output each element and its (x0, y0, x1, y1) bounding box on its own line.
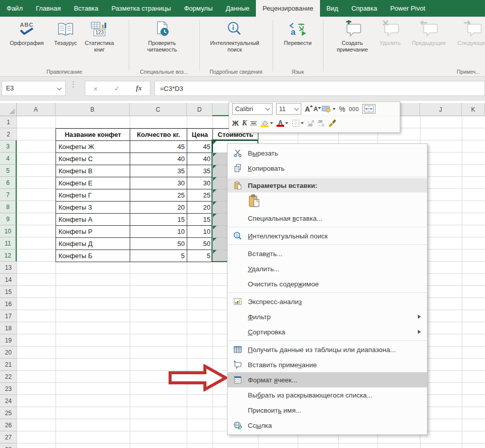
table-cell[interactable]: Конфеты А (56, 214, 130, 226)
table-cell[interactable]: 50 (187, 238, 213, 250)
row-header-27[interactable]: 27 (0, 431, 17, 443)
menu-item-filter[interactable]: Фильтр (228, 309, 427, 324)
table-cell[interactable]: 45 (130, 141, 187, 153)
table-cell[interactable]: Конфеты В (56, 165, 130, 177)
translate-button[interactable]: a Перевести (279, 19, 316, 46)
format-painter-button[interactable] (328, 119, 337, 128)
comma-style-button[interactable]: 000 (349, 106, 359, 112)
table-cell[interactable]: 20 (187, 202, 213, 214)
font-name-select[interactable]: Calibri (232, 103, 273, 115)
row-header-9[interactable]: 9 (0, 213, 17, 225)
table-cell[interactable]: Конфеты З (56, 202, 130, 214)
menu-item-choose-from-list[interactable]: Выбрать из раскрывающегося списка... (228, 387, 427, 403)
table-cell[interactable]: 20 (130, 202, 187, 214)
increase-decimal-button[interactable]: ,00→,0 (317, 120, 324, 127)
insert-function-icon[interactable]: fx (136, 84, 142, 92)
tab-power-pivot[interactable]: Power Pivot (384, 0, 432, 17)
table-cell[interactable]: 45 (187, 141, 213, 153)
row-header-19[interactable]: 19 (0, 334, 17, 346)
row-header-23[interactable]: 23 (0, 383, 17, 395)
row-header-24[interactable]: 24 (0, 395, 17, 407)
font-size-select[interactable]: 11 (276, 103, 301, 115)
menu-item-insert[interactable]: Вставить... (228, 246, 427, 261)
table-cell[interactable]: Конфеты С (56, 153, 130, 165)
row-header-13[interactable]: 13 (0, 262, 17, 274)
row-header-12[interactable]: 12 (0, 250, 17, 262)
row-header-21[interactable]: 21 (0, 359, 17, 371)
table-cell[interactable]: Конфеты Е (56, 177, 130, 189)
column-header-A[interactable]: A (17, 103, 56, 116)
table-cell[interactable]: 15 (187, 214, 213, 226)
menu-item-special-paste[interactable]: Специальная вставка... (228, 211, 427, 226)
table-cell[interactable]: 25 (130, 189, 187, 202)
table-cell[interactable]: Конфеты Г (56, 189, 130, 202)
table-cell[interactable]: 40 (130, 153, 187, 165)
tab-formulas[interactable]: Формулы (178, 0, 220, 17)
row-header-1[interactable]: 1 (0, 116, 17, 128)
row-header-8[interactable]: 8 (0, 201, 17, 213)
column-header-D[interactable]: D (187, 103, 212, 116)
row-header-25[interactable]: 25 (0, 407, 17, 419)
formula-bar-drag-handle[interactable]: ⋮ (70, 82, 77, 86)
name-box-dropdown-icon[interactable] (57, 85, 62, 90)
select-all-corner[interactable] (0, 103, 17, 116)
menu-item-paste-options[interactable]: Параметры вставки: (228, 178, 427, 192)
table-cell[interactable]: 40 (187, 153, 213, 165)
accounting-format-button[interactable] (321, 105, 336, 113)
font-color-button[interactable]: A (277, 120, 288, 127)
merge-cells-button[interactable] (362, 104, 375, 114)
menu-item-cut[interactable]: Вырезать (228, 145, 427, 161)
table-cell[interactable]: Конфеты Р (56, 226, 130, 238)
column-header-K[interactable]: K (462, 103, 485, 116)
table-header-cell[interactable]: Колчество кг. (130, 129, 187, 141)
menu-item-paste-option-default[interactable] (228, 192, 427, 211)
check-readability-button[interactable]: Проверить читаемость (140, 19, 184, 53)
table-cell[interactable]: Конфеты Ж (56, 141, 130, 153)
table-cell[interactable]: 10 (187, 226, 213, 238)
table-header-cell[interactable]: Название конфет (56, 129, 130, 141)
menu-item-clear-contents[interactable]: Очистить содержимое (228, 276, 427, 291)
tab-help[interactable]: Справка (345, 0, 384, 17)
table-header-cell[interactable]: Цена (187, 129, 213, 141)
row-header-22[interactable]: 22 (0, 371, 17, 383)
tab-insert[interactable]: Вставка (67, 0, 104, 17)
menu-item-link[interactable]: Ссылка (228, 418, 427, 433)
tab-review[interactable]: Рецензирование (256, 0, 319, 17)
menu-item-delete[interactable]: Удалить... (228, 261, 427, 276)
row-header-10[interactable]: 10 (0, 225, 17, 237)
thesaurus-button[interactable]: Тезаурус (49, 19, 82, 46)
table-cell[interactable]: 30 (187, 177, 213, 189)
row-header-5[interactable]: 5 (0, 165, 17, 177)
table-cell[interactable]: 50 (130, 238, 187, 250)
row-header-17[interactable]: 17 (0, 310, 17, 322)
borders-button[interactable] (292, 119, 304, 127)
row-header-4[interactable]: 4 (0, 153, 17, 165)
new-comment-button[interactable]: Создать примечание (330, 19, 374, 53)
workbook-stats-button[interactable]: 123 Статистика книг (81, 19, 118, 53)
row-header-16[interactable]: 16 (0, 298, 17, 310)
table-cell[interactable]: Конфеты Д (56, 238, 130, 250)
row-header-7[interactable]: 7 (0, 189, 17, 201)
tab-file[interactable]: Файл (0, 0, 29, 17)
row-header-20[interactable]: 20 (0, 346, 17, 359)
tab-data[interactable]: Данные (219, 0, 256, 17)
fill-color-button[interactable] (260, 120, 273, 127)
percent-style-button[interactable]: % (339, 105, 345, 113)
cancel-icon[interactable]: × (93, 84, 98, 93)
table-cell[interactable]: 5 (187, 250, 213, 262)
spelling-button[interactable]: ABC Орфография (5, 19, 48, 46)
column-header-J[interactable]: J (420, 103, 462, 116)
table-cell[interactable]: Конфеты Б (56, 250, 130, 262)
table-cell[interactable]: 15 (130, 214, 187, 226)
menu-item-insert-comment[interactable]: Вставить примечание (228, 357, 427, 372)
tab-view[interactable]: Вид (320, 0, 345, 17)
menu-item-quick-analysis[interactable]: Экспресс-анализ (228, 294, 427, 309)
italic-button[interactable]: К (242, 119, 247, 127)
name-box[interactable]: E3 (2, 81, 66, 96)
table-cell[interactable]: 25 (187, 189, 213, 202)
row-header-3[interactable]: 3 (0, 140, 17, 153)
row-header-18[interactable]: 18 (0, 322, 17, 334)
menu-item-get-data[interactable]: Получить данные из таблицы или диапазона… (228, 342, 427, 357)
row-header-6[interactable]: 6 (0, 177, 17, 189)
center-align-button[interactable] (250, 120, 257, 127)
